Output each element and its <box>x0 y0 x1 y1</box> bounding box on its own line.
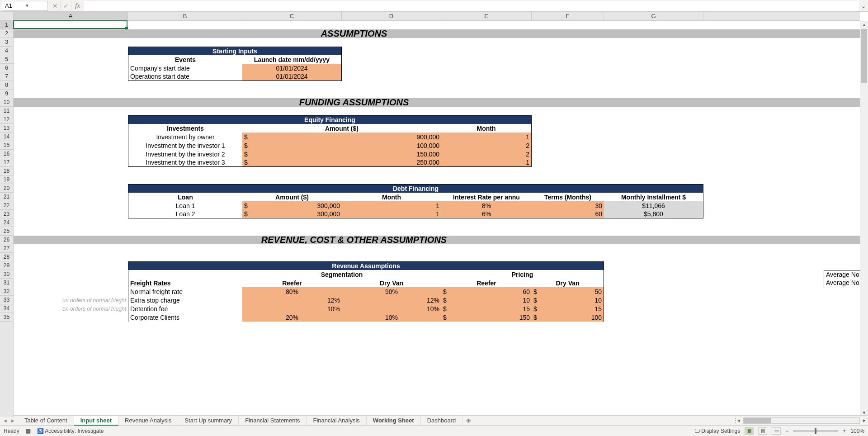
scroll-up-icon[interactable]: ▲ <box>860 21 868 29</box>
equity-amt-1[interactable]: 100,000 <box>242 141 441 150</box>
row-header-35[interactable]: 35 <box>0 313 13 322</box>
equity-label-1[interactable]: Investment by the investor 1 <box>128 141 242 150</box>
equity-month-0[interactable]: 1 <box>441 133 532 141</box>
tab-revenue-analysis[interactable]: Revenue Analysis <box>118 416 178 426</box>
grid[interactable]: ASSUMPTIONSFUNDING ASSUMPTIONSREVENUE, C… <box>14 21 860 417</box>
loan-rate-1[interactable]: 6% <box>441 210 532 218</box>
rate-h[interactable]: Interest Rate per annu <box>441 193 532 201</box>
row-header-9[interactable]: 9 <box>0 90 13 98</box>
row-header-29[interactable]: 29 <box>0 261 13 270</box>
row-header-13[interactable]: 13 <box>0 124 13 133</box>
row-header-32[interactable]: 32 <box>0 287 13 296</box>
section-funding[interactable]: FUNDING ASSUMPTIONS <box>14 98 694 107</box>
loan-dollar-0[interactable]: $ <box>242 201 250 210</box>
macro-record-icon[interactable]: ▦ <box>26 428 31 434</box>
dryvan-h1[interactable]: Dry Van <box>342 279 441 287</box>
tab-working-sheet[interactable]: Working Sheet <box>367 416 421 426</box>
rev-d2-3[interactable]: $ <box>532 313 540 322</box>
starting-inputs-title[interactable]: Starting Inputs <box>128 47 342 55</box>
row-header-23[interactable]: 23 <box>0 210 13 218</box>
rev-label-0[interactable]: Normal freight rate <box>128 287 242 296</box>
vertical-scrollbar[interactable]: ▲ ▼ <box>860 21 868 417</box>
view-page-layout-icon[interactable]: ▤ <box>758 427 767 435</box>
tab-nav[interactable]: ◄► <box>0 418 18 423</box>
avg-no-1[interactable]: Average No <box>824 270 860 279</box>
row-header-14[interactable]: 14 <box>0 133 13 141</box>
row-header-16[interactable]: 16 <box>0 150 13 158</box>
rev-sreef-1[interactable]: 12% <box>242 296 342 304</box>
rev-pdry-1[interactable]: 10 <box>532 296 604 304</box>
add-sheet-icon[interactable]: ⊕ <box>462 417 474 424</box>
company-start-val[interactable]: 01/01/2024 <box>242 64 342 72</box>
reefer-h1[interactable]: Reefer <box>242 279 342 287</box>
equity-amt-3[interactable]: 250,000 <box>242 158 441 167</box>
rev-sdry-0[interactable]: 90% <box>342 287 441 296</box>
loan-h[interactable]: Loan <box>128 193 242 201</box>
col-header-G[interactable]: G <box>604 12 703 20</box>
equity-title[interactable]: Equity Financing <box>128 115 532 124</box>
rev-preef-0[interactable]: 60 <box>441 287 532 296</box>
zoom-level[interactable]: 100% <box>850 428 864 434</box>
loan-rate-0[interactable]: 8% <box>441 201 532 210</box>
view-normal-icon[interactable]: ▦ <box>745 427 754 435</box>
loan-term-0[interactable]: 30 <box>532 201 604 210</box>
ops-start-val[interactable]: 01/01/2024 <box>242 72 342 81</box>
rev-d2-0[interactable]: $ <box>532 287 540 296</box>
equity-dollar-3[interactable]: $ <box>242 158 250 167</box>
chevron-down-icon[interactable]: ▼ <box>25 3 45 8</box>
equity-month-3[interactable]: 1 <box>441 158 532 167</box>
rev-label-3[interactable]: Corporate Clients <box>128 313 242 322</box>
equity-month-1[interactable]: 2 <box>441 141 532 150</box>
row-header-15[interactable]: 15 <box>0 141 13 150</box>
equity-dollar-0[interactable]: $ <box>242 133 250 141</box>
rev-pdry-2[interactable]: 15 <box>532 304 604 313</box>
row-header-4[interactable]: 4 <box>0 47 13 55</box>
row-header-17[interactable]: 17 <box>0 158 13 167</box>
row-headers[interactable]: 1234567891011121314151617181920212223242… <box>0 21 14 417</box>
amount-header[interactable]: Amount ($) <box>242 124 441 133</box>
rev-sreef-2[interactable]: 10% <box>242 304 342 313</box>
tab-input-sheet[interactable]: Input sheet <box>74 416 118 426</box>
loan-term-1[interactable]: 60 <box>532 210 604 218</box>
row-header-34[interactable]: 34 <box>0 304 13 313</box>
rev-label-2[interactable]: Detention fee <box>128 304 242 313</box>
rev-blank[interactable] <box>128 270 242 279</box>
column-headers[interactable]: ABCDEFG <box>14 12 860 21</box>
month-h[interactable]: Month <box>342 193 441 201</box>
avg-no-2[interactable]: Average No <box>824 279 860 287</box>
launch-date-header[interactable]: Launch date mm/dd/yyyy <box>242 55 342 64</box>
rev-sreef-3[interactable]: 20% <box>242 313 342 322</box>
row-header-30[interactable]: 30 <box>0 270 13 279</box>
col-header-B[interactable]: B <box>128 12 242 20</box>
col-header-D[interactable]: D <box>342 12 441 20</box>
amount-h[interactable]: Amount ($) <box>242 193 342 201</box>
rev-d1-3[interactable]: $ <box>441 313 449 322</box>
note-1[interactable]: on orders of normal frieght <box>14 296 128 304</box>
month-header[interactable]: Month <box>441 124 532 133</box>
rev-pdry-3[interactable]: 100 <box>532 313 604 322</box>
freight-h[interactable]: Freight Rates <box>128 279 242 287</box>
equity-label-2[interactable]: Investment by the investor 2 <box>128 150 242 158</box>
col-header-E[interactable]: E <box>441 12 532 20</box>
rev-label-1[interactable]: Extra stop charge <box>128 296 242 304</box>
equity-dollar-2[interactable]: $ <box>242 150 250 158</box>
fx-icon[interactable]: fx <box>71 2 84 9</box>
equity-dollar-1[interactable]: $ <box>242 141 250 150</box>
row-header-5[interactable]: 5 <box>0 55 13 64</box>
rev-sdry-1[interactable]: 12% <box>342 296 441 304</box>
row-header-7[interactable]: 7 <box>0 72 13 81</box>
row-header-31[interactable]: 31 <box>0 279 13 287</box>
row-header-18[interactable]: 18 <box>0 167 13 175</box>
col-header-F[interactable]: F <box>532 12 604 20</box>
loan-inst-1[interactable]: $5,800 <box>604 210 703 218</box>
loan-mo-0[interactable]: 1 <box>342 201 441 210</box>
view-page-break-icon[interactable]: ▭ <box>772 427 781 435</box>
row-header-22[interactable]: 22 <box>0 201 13 210</box>
row-header-8[interactable]: 8 <box>0 81 13 90</box>
row-header-10[interactable]: 10 <box>0 98 13 107</box>
row-header-3[interactable]: 3 <box>0 38 13 47</box>
display-settings[interactable]: 🖵 Display Settings <box>694 428 740 434</box>
row-header-12[interactable]: 12 <box>0 115 13 124</box>
row-header-24[interactable]: 24 <box>0 218 13 227</box>
horizontal-scrollbar[interactable]: ⋮ ◄► <box>732 417 868 424</box>
